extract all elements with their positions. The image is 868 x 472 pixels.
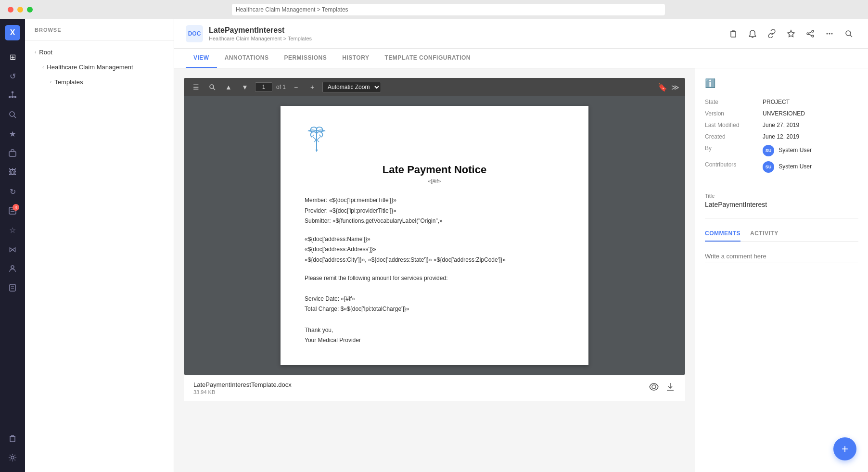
preview-button[interactable] [649, 382, 659, 395]
chevron-icon: ‹ [35, 50, 36, 55]
sidebar-icon-users[interactable] [4, 260, 21, 277]
favorite-button[interactable] [783, 26, 799, 41]
sidebar-icon-images[interactable]: 🖼 [4, 164, 21, 181]
svg-point-32 [316, 149, 318, 151]
state-value: PROJECT [763, 99, 790, 105]
doc-tabs: VIEW ANNOTATIONS PERMISSIONS HISTORY TEM… [174, 49, 868, 68]
svg-point-17 [11, 456, 14, 459]
chevron-icon: ‹ [42, 64, 44, 70]
pdf-address-fields: «${doc['address:Name']}» «${doc['address… [305, 234, 564, 266]
tree-item-healthcare[interactable]: ‹ Healthcare Claim Management [25, 60, 174, 75]
sidebar-icon-sync[interactable]: ↻ [4, 183, 21, 200]
sidebar-icon-search[interactable] [4, 106, 21, 123]
browse-tree: ‹ Root ‹ Healthcare Claim Management ‹ T… [25, 41, 174, 93]
doc-header: DOC LatePaymentInterest Healthcare Claim… [174, 19, 868, 49]
svg-rect-8 [9, 152, 16, 156]
pdf-next-btn[interactable]: ▼ [239, 81, 251, 93]
tab-activity[interactable]: ACTIVITY [750, 226, 779, 242]
tab-annotations[interactable]: ANNOTATIONS [217, 49, 277, 68]
sidebar-icon-settings[interactable] [4, 449, 21, 466]
file-actions [649, 382, 676, 395]
close-button[interactable] [8, 7, 13, 13]
fab-button[interactable]: + [833, 437, 856, 460]
tab-template-configuration[interactable]: TEMPLATE CONFIGURATION [377, 49, 478, 68]
svg-point-12 [11, 266, 14, 268]
sidebar-icon-audit[interactable] [4, 279, 21, 296]
svg-point-25 [829, 33, 830, 35]
pdf-zoom-select[interactable]: Automatic Zoom [322, 82, 381, 92]
browse-panel: BROWSE ‹ Root ‹ Healthcare Claim Managem… [25, 19, 174, 472]
svg-rect-18 [731, 32, 736, 37]
file-size: 33.94 KB [193, 389, 292, 395]
tree-item-templates[interactable]: ‹ Templates [25, 75, 174, 89]
pdf-body: Please remit the following amount for se… [305, 273, 564, 346]
pdf-bookmark-btn[interactable]: 🔖 [658, 83, 667, 92]
app-container: X ⊞ ↺ ★ 🖼 ↻ [0, 19, 868, 472]
pdf-page: Late Payment Notice «[#if» Member: «${do… [281, 106, 588, 365]
pdf-zoom-in[interactable]: + [306, 81, 319, 93]
sidebar-icon-briefcase[interactable] [4, 144, 21, 162]
svg-point-21 [812, 35, 814, 37]
pdf-search-btn[interactable] [206, 81, 218, 93]
app-logo[interactable]: X [5, 25, 20, 40]
svg-line-22 [809, 32, 812, 33]
sidebar-icon-connections[interactable]: ⋈ [4, 241, 21, 258]
header-search-button[interactable] [841, 26, 856, 41]
contributors-label: Contributors [705, 161, 763, 168]
panel-tabs: COMMENTS ACTIVITY [705, 226, 858, 242]
meta-row-version: Version UNVERSIONED [705, 108, 858, 119]
divider [705, 185, 858, 185]
pdf-member-field: Member: «${doc['lpi:memberTitle']}» Prov… [305, 195, 564, 227]
tree-item-root[interactable]: ‹ Root [25, 45, 174, 60]
sidebar-icon-trash[interactable] [4, 430, 21, 447]
content-main: ☰ ▲ ▼ of 1 − + [174, 68, 868, 472]
svg-rect-13 [10, 284, 15, 291]
sidebar-icon-favorites[interactable]: ☆ [4, 221, 21, 239]
comment-input[interactable] [705, 250, 858, 263]
doc-title: LatePaymentInterest [209, 26, 312, 35]
doc-header-actions [726, 26, 856, 41]
url-bar[interactable] [232, 4, 665, 15]
svg-point-29 [210, 85, 214, 89]
pdf-viewer: ☰ ▲ ▼ of 1 − + [184, 78, 685, 375]
browse-header: BROWSE [25, 19, 174, 41]
meta-row-contributors: Contributors SU System User [705, 159, 858, 175]
sidebar-icon-history[interactable]: ↺ [4, 67, 21, 85]
pdf-page-input[interactable] [255, 82, 272, 92]
minimize-button[interactable] [17, 7, 23, 13]
icon-sidebar: X ⊞ ↺ ★ 🖼 ↻ [0, 19, 25, 472]
svg-rect-1 [9, 96, 11, 98]
doc-file-info: LatePaymentInterestTemplate.docx 33.94 K… [184, 375, 685, 401]
download-button[interactable] [665, 382, 676, 395]
doc-viewer[interactable]: ☰ ▲ ▼ of 1 − + [174, 68, 695, 472]
more-button[interactable] [822, 26, 837, 41]
pdf-prev-btn[interactable]: ▲ [222, 81, 235, 93]
svg-rect-16 [10, 436, 15, 442]
sidebar-icon-star[interactable]: ★ [4, 125, 21, 142]
pdf-doc-title: Late Payment Notice [305, 164, 564, 176]
doc-breadcrumb: Healthcare Claim Management > Templates [209, 36, 312, 41]
svg-point-20 [807, 33, 809, 35]
sidebar-icon-home[interactable]: ⊞ [4, 48, 21, 65]
tab-view[interactable]: VIEW [186, 49, 217, 68]
meta-row-state: State PROJECT [705, 96, 858, 108]
lastmodified-label: Last Modified [705, 122, 763, 128]
link-button[interactable] [764, 26, 779, 41]
state-label: State [705, 99, 763, 105]
svg-line-28 [850, 35, 852, 37]
tab-history[interactable]: HISTORY [334, 49, 377, 68]
share-button[interactable] [803, 26, 818, 41]
pdf-more-btn[interactable]: ≫ [671, 83, 679, 92]
maximize-button[interactable] [27, 7, 33, 13]
pdf-zoom-out[interactable]: − [290, 81, 302, 93]
sidebar-icon-org[interactable] [4, 87, 21, 104]
delete-button[interactable] [726, 26, 741, 41]
sidebar-icon-tasks[interactable]: 4 [4, 202, 21, 219]
meta-row-created: Created June 12, 2019 [705, 131, 858, 142]
by-avatar: SU [763, 145, 774, 156]
pdf-sidebar-toggle[interactable]: ☰ [190, 81, 202, 93]
meta-row-lastmodified: Last Modified June 27, 2019 [705, 119, 858, 131]
tab-permissions[interactable]: PERMISSIONS [276, 49, 334, 68]
alert-button[interactable] [745, 26, 760, 41]
tab-comments[interactable]: COMMENTS [705, 226, 740, 242]
